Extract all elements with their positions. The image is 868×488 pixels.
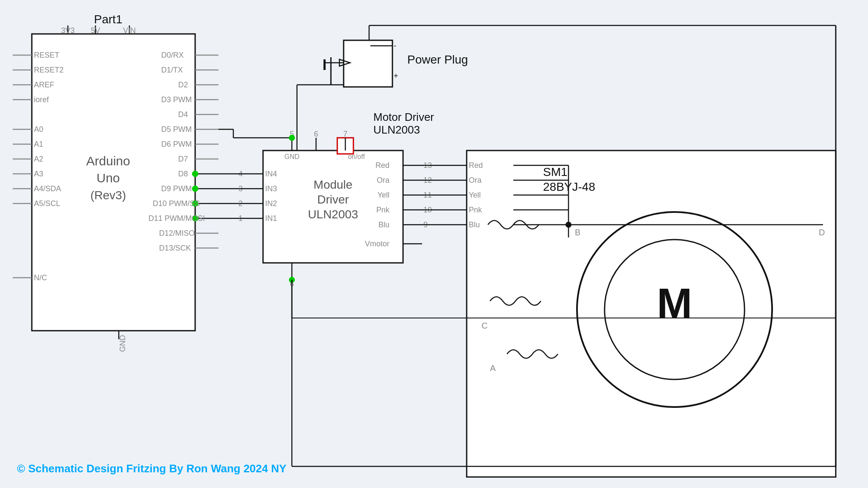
pin-d5pwm: D5 PWM bbox=[161, 125, 192, 134]
pin-a3: A3 bbox=[34, 170, 43, 178]
pin-in4: IN4 bbox=[265, 170, 277, 178]
pin-d3pwm: D3 PWM bbox=[161, 95, 192, 104]
terminal-d: D bbox=[819, 228, 825, 237]
pin-a1: A1 bbox=[34, 140, 43, 148]
pin-a2: A2 bbox=[34, 155, 43, 163]
svg-rect-56 bbox=[344, 40, 392, 87]
pin-in1: IN1 bbox=[265, 214, 277, 223]
pin-d0rx: D0/RX bbox=[161, 51, 184, 59]
pin-gnd-bottom: GND bbox=[118, 335, 127, 352]
svg-point-93 bbox=[289, 135, 295, 141]
pin-7-top: 7 bbox=[343, 130, 347, 138]
wire-yell-label: Yell bbox=[469, 191, 481, 199]
svg-point-28 bbox=[192, 186, 198, 192]
power-plug-label: Power Plug bbox=[407, 53, 468, 66]
pin-d12miso: D12/MISO bbox=[159, 229, 195, 237]
pin-a0: A0 bbox=[34, 125, 43, 134]
pin-3v3: 3V3 bbox=[61, 26, 75, 35]
module-driver-label2: Driver bbox=[317, 193, 349, 206]
pin-d11pwmmosi: D11 PWM/MOSI bbox=[148, 214, 205, 223]
pin-reset2: RESET2 bbox=[34, 66, 64, 74]
terminal-a: A bbox=[490, 363, 496, 373]
pin-5v: 5V bbox=[91, 26, 100, 35]
terminal-c: C bbox=[482, 321, 487, 330]
motor-driver-label2: ULN2003 bbox=[373, 123, 420, 136]
copyright-text: © Schematic Design Fritzing By Ron Wang … bbox=[17, 462, 286, 475]
pin-d4: D4 bbox=[178, 110, 188, 119]
schematic-canvas: Part1 Arduino Uno (Rev3) 3V3 5V VIN GND … bbox=[0, 0, 868, 488]
pin-nc: N/C bbox=[34, 273, 47, 282]
pin-d10pwmss: D10 PWM/SS bbox=[153, 199, 200, 208]
plus-label: + bbox=[394, 72, 398, 80]
minus-label: - bbox=[394, 42, 396, 50]
pin-in2: IN2 bbox=[265, 199, 277, 208]
pin-pnk-module: Pnk bbox=[376, 206, 390, 214]
arduino-uno-label: Uno bbox=[96, 171, 120, 185]
wire-pnk-label: Pnk bbox=[469, 206, 482, 214]
terminal-b: B bbox=[575, 228, 580, 237]
part1-label: Part1 bbox=[94, 13, 123, 26]
module-driver-label3: ULN2003 bbox=[308, 208, 358, 221]
wire-blu-label: Blu bbox=[469, 220, 480, 229]
motor-m-label: M bbox=[657, 279, 692, 327]
pin-ora-module: Ora bbox=[377, 176, 390, 184]
pin-ioref: ioref bbox=[34, 95, 49, 104]
svg-point-86 bbox=[566, 222, 571, 228]
wire-ora-label: Ora bbox=[469, 176, 482, 184]
pin-vmotor: Vmotor bbox=[365, 240, 389, 248]
pin-6-top: 6 bbox=[314, 130, 318, 138]
pin-reset: RESET bbox=[34, 51, 59, 59]
sm1-label1: SM1 bbox=[543, 165, 568, 178]
pin-d13sck: D13/SCK bbox=[159, 244, 191, 252]
pin-d1tx: D1/TX bbox=[161, 66, 183, 74]
wire-red-label: Red bbox=[469, 161, 483, 170]
pin-yell-module: Yell bbox=[378, 191, 389, 199]
pin-a5scl: A5/SCL bbox=[34, 199, 60, 208]
pin-gnd-module: GND bbox=[284, 153, 300, 160]
motor-driver-label1: Motor Driver bbox=[373, 111, 434, 123]
arduino-label: Arduino bbox=[86, 154, 130, 168]
pin-d2: D2 bbox=[178, 81, 188, 89]
pin-blu-module: Blu bbox=[378, 220, 389, 229]
pin-aref: AREF bbox=[34, 81, 54, 89]
pin-d9pwm: D9 PWM bbox=[161, 184, 192, 193]
pin-red-module: Red bbox=[375, 161, 389, 170]
pin-d6pwm: D6 PWM bbox=[161, 140, 192, 148]
pin-a4sda: A4/SDA bbox=[34, 184, 61, 193]
svg-point-26 bbox=[192, 171, 198, 177]
pin-vin: VIN bbox=[123, 26, 136, 35]
sm1-label2: 28BYJ-48 bbox=[543, 180, 595, 193]
pin-d8: D8 bbox=[178, 170, 188, 178]
arduino-rev-label: (Rev3) bbox=[90, 189, 126, 202]
pin-d7: D7 bbox=[178, 155, 188, 163]
pin-onoff: on/off bbox=[348, 153, 365, 160]
module-driver-label1: Module bbox=[314, 178, 353, 191]
pin-in3: IN3 bbox=[265, 184, 277, 193]
